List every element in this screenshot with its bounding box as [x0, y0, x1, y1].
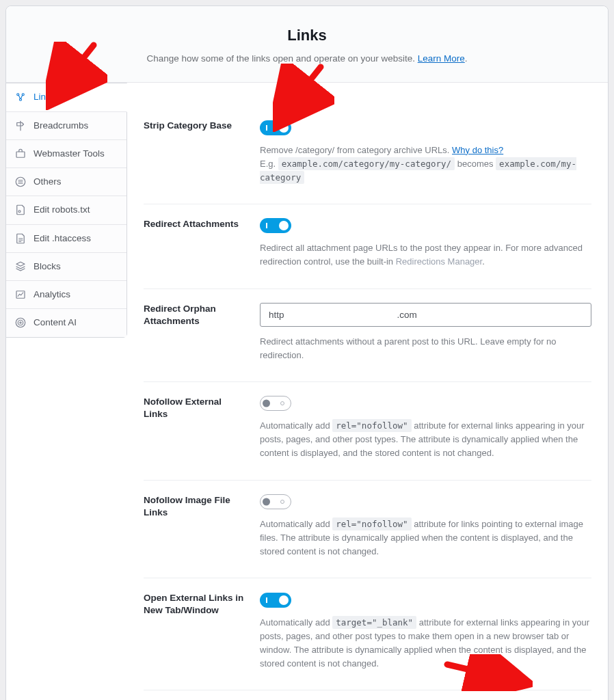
nofollow-image-label: Nofollow Image File Links	[144, 494, 246, 519]
sidebar-item-label: Content AI	[34, 316, 77, 329]
learn-more-link[interactable]: Learn More	[418, 53, 465, 64]
subtitle-text: Change how some of the links open and op…	[146, 53, 417, 64]
redirect-orphan-label: Redirect Orphan Attachments	[144, 303, 246, 327]
sidebar-item-label: Others	[34, 175, 62, 189]
list-icon	[14, 176, 27, 188]
panel-header: Links Change how some of the links open …	[6, 6, 608, 83]
eg-prefix: E.g.	[260, 159, 276, 169]
nofollow-external-desc: Automatically add rel="nofollow" attribu…	[260, 419, 591, 460]
sidebar-item-label: Edit robots.txt	[34, 203, 90, 217]
sidebar-item-blocks[interactable]: Blocks	[6, 253, 126, 281]
sidebar-item-edit-robots[interactable]: Edit robots.txt	[6, 196, 126, 224]
page-title: Links	[17, 24, 597, 46]
file-text-icon	[14, 232, 27, 245]
rel-nofollow-code: rel="nofollow"	[332, 517, 411, 530]
why-do-this-link[interactable]: Why do this?	[452, 145, 503, 155]
nofollow-image-toggle[interactable]	[260, 494, 291, 509]
desc-text: Remove /category/ from category archive …	[260, 145, 452, 155]
nofollow-external-label: Nofollow External Links	[144, 396, 246, 420]
settings-main: Strip Category Base Remove /category/ fr…	[127, 106, 608, 700]
sidebar-item-others[interactable]: Others	[6, 168, 126, 196]
svg-point-7	[16, 319, 25, 328]
sidebar-item-label: Breadcrumbs	[34, 119, 88, 133]
redirect-attachments-desc: Redirect all attachment page URLs to the…	[260, 241, 591, 269]
sidebar-item-webmaster-tools[interactable]: Webmaster Tools	[6, 140, 126, 168]
signpost-icon	[14, 120, 27, 132]
nofollow-image-desc: Automatically add rel="nofollow" attribu…	[260, 517, 591, 558]
sidebar-item-analytics[interactable]: Analytics	[6, 281, 126, 309]
sidebar-item-edit-htaccess[interactable]: Edit .htaccess	[6, 225, 126, 253]
chart-icon	[14, 288, 27, 301]
open-external-desc: Automatically add target="_blank" attrib…	[260, 616, 591, 671]
sidebar-item-label: Webmaster Tools	[34, 147, 105, 161]
rel-nofollow-code: rel="nofollow"	[332, 419, 411, 432]
settings-sidebar: Links Breadcrumbs Webmaster Tools Others…	[5, 83, 127, 337]
svg-point-8	[18, 321, 23, 326]
desc-period: .	[482, 256, 485, 267]
toolbox-icon	[14, 148, 27, 160]
redirect-attachments-toggle[interactable]	[260, 218, 291, 233]
page-subtitle: Change how some of the links open and op…	[17, 52, 597, 66]
links-icon	[14, 91, 27, 103]
becomes-text: becomes	[457, 159, 494, 169]
nofollow-external-toggle[interactable]	[260, 396, 291, 411]
svg-rect-3	[16, 152, 25, 157]
sidebar-item-label: Analytics	[34, 288, 70, 301]
blocks-icon	[14, 260, 27, 273]
open-external-label: Open External Links in New Tab/Window	[144, 592, 246, 617]
svg-point-5	[18, 211, 21, 213]
redirect-attachments-label: Redirect Attachments	[144, 218, 246, 230]
file-shield-icon	[14, 204, 27, 216]
sidebar-item-label: Links	[34, 90, 55, 104]
svg-point-2	[20, 99, 22, 101]
strip-category-toggle[interactable]	[260, 120, 291, 135]
open-external-toggle[interactable]	[260, 593, 291, 608]
redirect-orphan-desc: Redirect attachments without a parent po…	[260, 335, 591, 362]
desc-text: Automatically add	[260, 617, 332, 628]
sidebar-item-links[interactable]: Links	[6, 83, 127, 111]
redirect-orphan-url-input[interactable]	[260, 303, 591, 327]
strip-category-desc: Remove /category/ from category archive …	[260, 144, 591, 185]
redirections-manager-link[interactable]: Redirections Manager	[396, 256, 482, 267]
target-blank-code: target="_blank"	[332, 616, 416, 629]
sidebar-item-content-ai[interactable]: Content AI	[6, 309, 126, 336]
sidebar-item-breadcrumbs[interactable]: Breadcrumbs	[6, 112, 126, 140]
sidebar-item-label: Blocks	[34, 260, 61, 273]
example-before-code: example.com/category/my-category/	[278, 157, 455, 170]
desc-text: Automatically add	[260, 420, 332, 431]
radar-icon	[14, 317, 27, 329]
desc-text: Automatically add	[260, 519, 332, 529]
strip-category-label: Strip Category Base	[144, 120, 246, 132]
subtitle-period: .	[465, 53, 468, 64]
svg-point-9	[20, 322, 21, 323]
sidebar-item-label: Edit .htaccess	[34, 232, 91, 245]
